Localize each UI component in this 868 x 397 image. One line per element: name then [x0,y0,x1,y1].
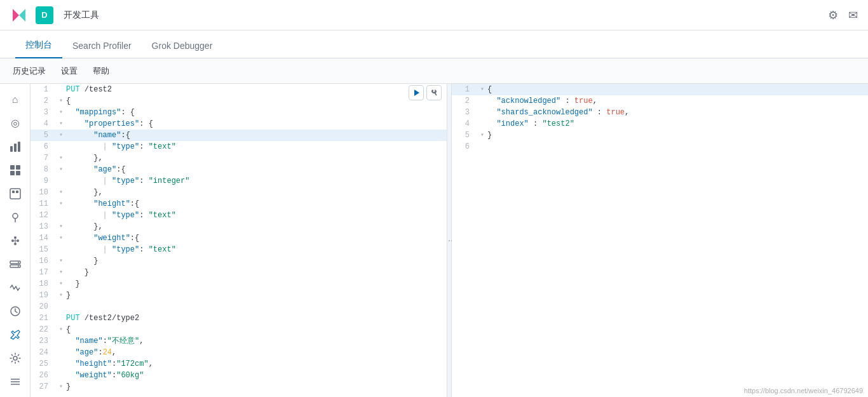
editor-toolbar: 历史记录 设置 帮助 [0,58,868,84]
code-line-14: 14 ▾ "weight":{ [31,232,447,244]
wrench-button[interactable] [426,85,442,100]
sidebar: ⌂ ◎ [0,84,31,397]
svg-rect-6 [10,171,15,175]
svg-rect-2 [14,144,17,152]
sidebar-icon-apm[interactable] [4,277,27,298]
svg-rect-10 [16,191,18,193]
svg-point-14 [14,236,17,239]
code-line-17: 17 ▾ } [31,267,447,278]
tab-bar: 控制台 Search Profiler Grok Debugger [0,30,868,58]
output-line-5: 5 ▾ } [452,130,868,141]
sidebar-icon-infra[interactable] [4,253,27,274]
sidebar-icon-devtools[interactable] [4,324,27,345]
mail-icon[interactable]: ✉ [848,8,858,22]
code-line-11: 11 ▾ "height":{ [31,198,447,210]
svg-point-15 [14,243,17,245]
code-line-18: 18 ▾ } [31,278,447,290]
svg-rect-3 [18,142,20,152]
code-line-15: 15 | "type": "text" [31,244,447,255]
sidebar-icon-dashboard[interactable] [4,159,27,180]
output-line-1: 1 ▾ { [452,84,868,95]
left-code-editor: 1 PUT /test2 2 ▾ { 3 ▾ "mappings": { [31,84,447,397]
svg-point-11 [13,213,18,219]
tab-search-profiler[interactable]: Search Profiler [62,34,142,58]
code-line-9: 9 | "type": "integer" [31,175,447,187]
sidebar-icon-home[interactable]: ⌂ [4,89,27,110]
svg-rect-5 [16,165,20,170]
code-line-10: 10 ▾ }, [31,187,447,198]
svg-point-23 [13,356,17,360]
svg-point-21 [18,266,19,267]
user-avatar[interactable]: D [36,6,53,24]
tab-console[interactable]: 控制台 [15,33,62,58]
settings-button[interactable]: 设置 [58,63,80,79]
svg-rect-8 [10,189,20,199]
sidebar-icon-maps[interactable] [4,206,27,227]
code-line-25: 25 "height":"172cm", [31,358,447,370]
output-line-6: 6 [452,141,868,152]
sidebar-icon-visualize[interactable] [4,136,27,157]
code-line-13: 13 ▾ }, [31,221,447,232]
code-line-24: 24 "age":24, [31,347,447,358]
code-line-23: 23 "name":"不经意", [31,335,447,347]
svg-rect-7 [16,171,20,175]
code-line-21: 21 PUT /test2/type2 [31,313,447,324]
code-line-12: 12 | "type": "text" [31,210,447,221]
sidebar-icon-uptime[interactable] [4,300,27,321]
code-line-7: 7 ▾ }, [31,152,447,164]
kibana-logo [10,6,28,24]
svg-point-13 [17,239,19,242]
code-line-16: 16 ▾ } [31,255,447,267]
output-line-3: 3 "shards_acknowledged" : true, [452,107,868,118]
app-title: 开发工具 [64,10,99,21]
editor-area: 1 PUT /test2 2 ▾ { 3 ▾ "mappings": { [31,84,868,397]
pane-divider[interactable]: ⋮ [447,84,452,397]
code-line-20: 20 [31,301,447,313]
tab-grok-debugger[interactable]: Grok Debugger [142,34,223,58]
watermark: https://blog.csdn.net/weixin_46792649 [744,387,863,394]
settings-icon[interactable]: ⚙ [828,8,838,22]
code-line-4: 4 ▾ "properties": { [31,118,447,130]
history-button[interactable]: 历史记录 [10,63,48,79]
code-line-6: 6 | "type": "text" [31,141,447,152]
left-editor-pane[interactable]: 1 PUT /test2 2 ▾ { 3 ▾ "mappings": { [31,84,447,397]
code-line-5: 5 ▾ "name":{ [31,130,447,141]
svg-point-12 [11,239,14,242]
output-line-4: 4 "index" : "test2" [452,118,868,130]
output-line-2: 2 "acknowledged" : true, [452,95,868,107]
svg-point-20 [18,262,19,263]
code-line-8: 8 ▾ "age":{ [31,164,447,175]
run-buttons [409,85,442,100]
sidebar-icon-ml[interactable] [4,230,27,251]
code-line-19: 19 ▾ } [31,290,447,301]
top-bar-actions: ⚙ ✉ [828,8,858,22]
svg-rect-9 [12,191,15,193]
right-code-editor: 1 ▾ { 2 "acknowledged" : true, 3 "shards… [452,84,868,397]
svg-marker-27 [414,90,419,96]
sidebar-icon-discover[interactable]: ◎ [4,112,27,133]
help-button[interactable]: 帮助 [90,63,112,79]
svg-rect-4 [10,165,15,170]
run-button[interactable] [409,85,424,100]
main-content: ⌂ ◎ [0,84,868,397]
code-line-22: 22 ▾ { [31,324,447,335]
sidebar-icon-management[interactable] [4,347,27,368]
code-line-3: 3 ▾ "mappings": { [31,107,447,118]
right-output-pane: 1 ▾ { 2 "acknowledged" : true, 3 "shards… [452,84,868,397]
code-line-27: 27 ▾ } [31,381,447,393]
sidebar-icon-canvas[interactable] [4,183,27,204]
sidebar-icon-collapse[interactable] [4,371,27,392]
code-line-1: 1 PUT /test2 [31,84,447,95]
svg-rect-1 [10,146,13,152]
code-line-2: 2 ▾ { [31,95,447,107]
top-bar: D 开发工具 ⚙ ✉ [0,0,868,30]
code-line-26: 26 "weight":"60kg" [31,370,447,381]
